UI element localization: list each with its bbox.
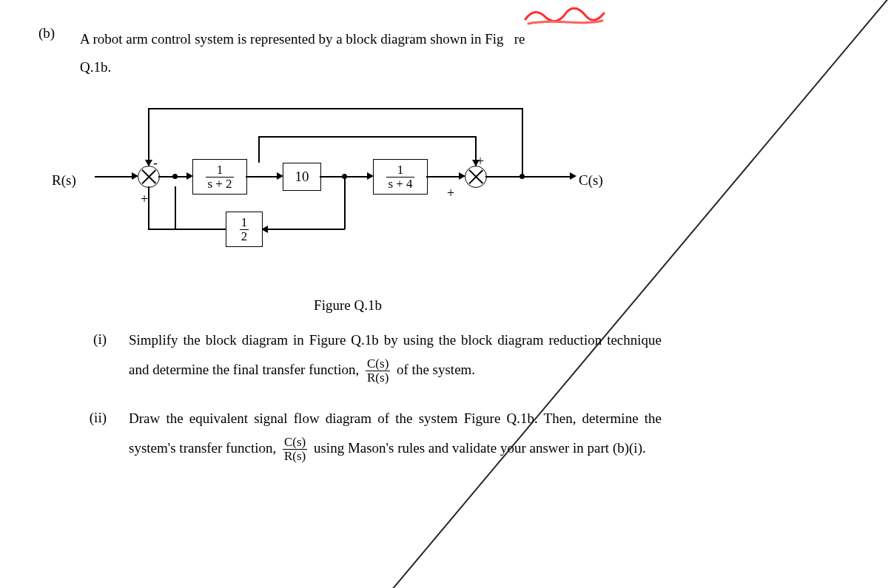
tf-num-1: C(s) xyxy=(366,357,390,371)
block1-num: 1 xyxy=(206,163,233,178)
tf-den-2: R(s) xyxy=(283,450,307,463)
red-scribble xyxy=(524,4,605,27)
block-g3: 1s + 4 xyxy=(373,159,428,195)
part-ii-text: Draw the equivalent signal flow diagram … xyxy=(129,404,662,463)
tf-num-2: C(s) xyxy=(283,436,307,450)
part-i-text: Simplify the block diagram in Figure Q.1… xyxy=(129,325,662,385)
block1-den: s + 2 xyxy=(206,178,233,191)
tf-den-1: R(s) xyxy=(366,371,390,385)
sign-plus-1: + xyxy=(141,186,148,212)
block2-label: 10 xyxy=(295,163,309,191)
figure-caption: Figure Q.1b xyxy=(67,291,629,320)
sign-plus-2: + xyxy=(447,180,454,206)
block-g2: 10 xyxy=(283,163,321,191)
part-i-text-1: Simplify the block diagram in Figure Q.1… xyxy=(129,332,662,377)
block3-den: s + 4 xyxy=(386,178,414,191)
node-1 xyxy=(172,174,178,179)
block4-den: 2 xyxy=(240,230,249,243)
sign-minus: - xyxy=(153,149,158,176)
intro-text-2: re xyxy=(514,31,525,47)
problem-intro: A robot arm control system is represente… xyxy=(80,25,844,463)
intro-text-1: A robot arm control system is represente… xyxy=(80,31,504,47)
part-ii-text-2: using Mason's rules and validate your an… xyxy=(314,440,646,456)
block3-num: 1 xyxy=(386,163,414,178)
output-label: C(s) xyxy=(579,166,603,195)
block-g1: 1s + 2 xyxy=(192,159,247,195)
intro-text-3: Q.1b. xyxy=(80,59,111,75)
input-label: R(s) xyxy=(52,166,76,195)
block4-num: 1 xyxy=(240,216,249,230)
problem-label: (b) xyxy=(38,25,64,463)
part-i-text-2: of the system. xyxy=(397,362,475,377)
part-ii-label: (ii) xyxy=(80,404,107,463)
part-i-label: (i) xyxy=(80,325,107,385)
block-h1: 12 xyxy=(226,212,263,247)
block-diagram: R(s) - + 1s + 2 xyxy=(67,95,629,287)
